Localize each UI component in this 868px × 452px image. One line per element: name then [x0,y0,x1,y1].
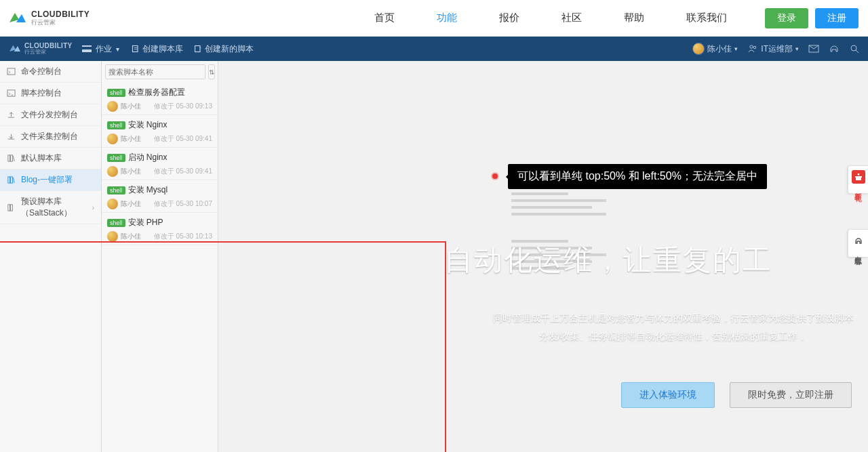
app-breadcrumb[interactable]: 作业 ▾ [82,43,119,55]
create-new-script[interactable]: 创建新的脚本 [194,43,254,55]
document-plus-icon [194,45,202,53]
user-menu[interactable]: 陈小佳 ▾ [692,43,738,55]
script-tag: shell [107,154,125,162]
svg-rect-13 [11,204,13,210]
search-icon[interactable] [849,43,860,54]
nav-home[interactable]: 首页 [374,12,395,24]
author-avatar-icon [107,166,118,177]
filter-button[interactable]: ⇅ [208,64,215,79]
nav-community[interactable]: 社区 [561,12,582,24]
headset-icon [852,234,865,247]
svg-rect-6 [7,68,15,75]
library-icon [7,176,16,184]
register-button[interactable]: 注册 [815,8,859,28]
gift-icon [852,170,865,184]
download-icon [7,132,16,141]
terminal-icon [7,67,16,76]
script-item[interactable]: shell启动 Nginx 陈小佳修改于 05-30 09:41 [102,148,218,180]
terminal-icon [7,89,16,98]
script-item[interactable]: shell安装 Mysql 陈小佳修改于 05-30 10:07 [102,180,218,213]
users-icon [747,43,758,54]
free-register-button[interactable]: 限时免费，立即注册 [730,382,852,408]
dept-menu[interactable]: IT运维部 ▾ [747,43,799,55]
script-item[interactable]: shell安装 PHP 陈小佳修改于 05-30 10:13 [102,213,218,245]
svg-rect-0 [132,46,138,52]
logo-mark-icon [8,10,27,26]
newbie-gift-badge[interactable]: 新手有礼 [848,165,868,194]
sidebar-item-preset[interactable]: 预设脚本库（SaltStack）› [0,191,101,224]
script-item[interactable]: shell检查服务器配置 陈小佳修改于 05-30 09:13 [102,83,218,115]
svg-rect-1 [195,46,200,52]
nav-contact[interactable]: 联系我们 [686,12,727,24]
svg-rect-11 [11,177,13,183]
app-logo-icon [8,43,22,54]
upload-icon [7,110,16,119]
menu-icon [82,45,92,52]
crumb-label: 作业 [96,43,112,55]
sidebar-item-dist[interactable]: 文件分发控制台 [0,104,101,126]
try-button[interactable]: 进入体验环境 [621,382,715,408]
library-icon [7,203,16,212]
script-tag: shell [107,186,125,194]
author-avatar-icon [107,133,118,144]
svg-point-5 [851,45,856,51]
nav-features[interactable]: 功能 [437,12,457,24]
script-tag: shell [107,219,125,227]
sidebar-item-script[interactable]: 脚本控制台 [0,83,101,104]
chevron-down-icon: ▾ [734,45,738,52]
svg-rect-9 [11,155,13,161]
script-search-input[interactable] [105,64,205,79]
login-button[interactable]: 登录 [765,8,808,28]
chevron-down-icon: ▾ [116,45,119,53]
create-script-lib[interactable]: 创建脚本库 [132,43,183,55]
top-nav: CLOUDBILITY 行云管家 首页 功能 报价 社区 帮助 联系我们 登录 … [0,0,868,37]
nav-pricing[interactable]: 报价 [499,12,519,24]
chevron-down-icon: ▾ [795,45,799,52]
sidebar-item-cmd[interactable]: 命令控制台 [0,61,101,83]
app-header: CLOUDBILITY行云管家 作业 ▾ 创建脚本库 创建新的脚本 陈小佳 ▾ [0,37,868,61]
svg-point-3 [754,46,757,49]
nav-help[interactable]: 帮助 [624,12,644,24]
author-avatar-icon [107,199,118,209]
svg-point-2 [750,45,753,48]
headset-icon[interactable] [829,43,840,54]
brand-en: CLOUDBILITY [31,10,90,18]
author-avatar-icon [107,101,118,112]
app-sidebar: 命令控制台 脚本控制台 文件分发控制台 文件采集控制台 默认脚本库 Blog-一… [0,61,102,452]
app-logo[interactable]: CLOUDBILITY行云管家 [8,43,73,55]
brand-logo[interactable]: CLOUDBILITY 行云管家 [8,10,90,26]
nav-items: 首页 功能 报价 社区 帮助 联系我们 [374,12,727,24]
script-list: ⇅ shell检查服务器配置 陈小佳修改于 05-30 09:13 shell安… [102,61,218,452]
svg-rect-10 [8,177,10,183]
document-icon [132,45,140,53]
sidebar-item-collect[interactable]: 文件采集控制台 [0,126,101,148]
brand-cn: 行云管家 [31,20,90,26]
chevron-right-icon: › [92,204,94,211]
svg-rect-12 [8,204,10,210]
faint-document-preview [511,192,606,274]
author-avatar-icon [107,231,118,242]
online-cs-badge[interactable]: 在线客服 [848,229,868,258]
sidebar-item-default-lib[interactable]: 默认脚本库 [0,148,101,169]
mail-icon[interactable] [808,43,819,54]
script-tag: shell [107,89,125,97]
library-icon [7,154,16,163]
script-item[interactable]: shell安装 Nginx 陈小佳修改于 05-30 09:41 [102,115,218,148]
user-avatar-icon [692,43,705,55]
script-tag: shell [107,121,125,129]
svg-rect-8 [8,155,10,161]
sidebar-item-blog[interactable]: Blog-一键部署 [0,169,101,191]
